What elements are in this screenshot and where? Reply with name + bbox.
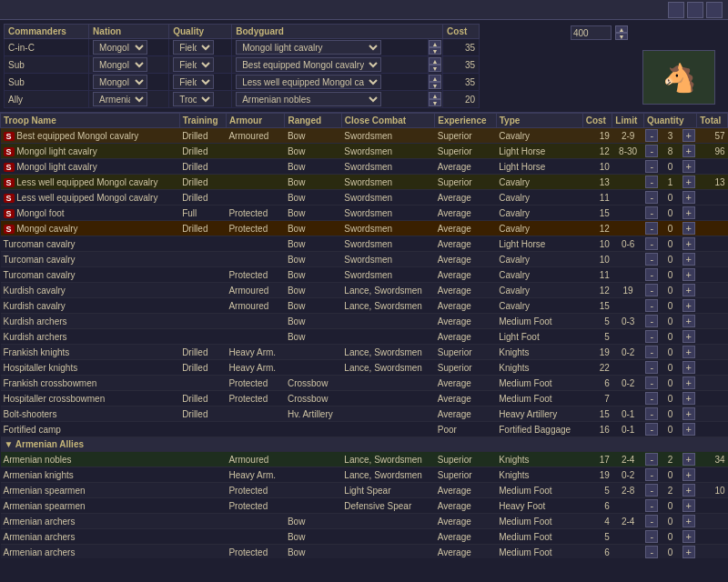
- unit-qty-plus[interactable]: +: [681, 514, 697, 529]
- unit-qty-plus[interactable]: +: [681, 190, 697, 206]
- qty-minus-btn[interactable]: -: [645, 284, 658, 296]
- unit-qty-minus[interactable]: -: [643, 314, 660, 329]
- qty-minus-btn[interactable]: -: [645, 315, 658, 327]
- qty-minus-btn[interactable]: -: [645, 453, 658, 466]
- bodyguard-up-btn[interactable]: ▲: [429, 40, 441, 47]
- unit-qty-plus[interactable]: +: [681, 236, 697, 252]
- unit-qty-plus[interactable]: +: [681, 498, 697, 514]
- qty-plus-btn[interactable]: +: [682, 268, 695, 281]
- cmd-nation-select[interactable]: Mongol: [93, 75, 147, 89]
- unit-qty-minus[interactable]: -: [643, 498, 660, 514]
- unit-qty-plus[interactable]: +: [681, 283, 697, 298]
- qty-plus-btn[interactable]: +: [682, 160, 695, 173]
- unit-qty-plus[interactable]: +: [681, 159, 697, 175]
- qty-minus-btn[interactable]: -: [645, 361, 658, 374]
- qty-plus-btn[interactable]: +: [682, 330, 695, 343]
- bodyguard-up-btn[interactable]: ▲: [429, 57, 441, 65]
- unit-qty-minus[interactable]: -: [643, 514, 660, 529]
- cmd-nation-select[interactable]: Mongol: [93, 40, 147, 55]
- unit-qty-minus[interactable]: -: [643, 128, 660, 144]
- close-button[interactable]: [706, 2, 723, 18]
- bodyguard-down-btn[interactable]: ▼: [429, 47, 441, 55]
- unit-qty-plus[interactable]: +: [681, 144, 697, 159]
- qty-plus-btn[interactable]: +: [682, 222, 695, 235]
- unit-qty-plus[interactable]: +: [681, 467, 697, 483]
- qty-plus-btn[interactable]: +: [682, 361, 695, 374]
- points-up-btn[interactable]: ▲: [615, 25, 628, 33]
- qty-plus-btn[interactable]: +: [682, 206, 695, 219]
- unit-qty-plus[interactable]: +: [681, 406, 697, 422]
- qty-minus-btn[interactable]: -: [645, 499, 658, 512]
- qty-plus-btn[interactable]: +: [682, 346, 695, 358]
- unit-qty-minus[interactable]: -: [643, 391, 660, 406]
- unit-qty-minus[interactable]: -: [643, 376, 660, 391]
- qty-minus-btn[interactable]: -: [645, 299, 658, 312]
- qty-minus-btn[interactable]: -: [645, 253, 658, 266]
- load-button[interactable]: [668, 2, 684, 18]
- qty-plus-btn[interactable]: +: [682, 407, 695, 420]
- qty-plus-btn[interactable]: +: [682, 453, 695, 466]
- cmd-quality-select[interactable]: Troop: [173, 92, 214, 106]
- qty-plus-btn[interactable]: +: [682, 468, 695, 481]
- unit-qty-minus[interactable]: -: [643, 175, 660, 190]
- qty-plus-btn[interactable]: +: [682, 145, 695, 157]
- unit-qty-plus[interactable]: +: [681, 529, 697, 545]
- save-button[interactable]: [687, 2, 703, 18]
- points-down-btn[interactable]: ▼: [615, 33, 628, 40]
- unit-qty-minus[interactable]: -: [643, 252, 660, 267]
- bodyguard-up-btn[interactable]: ▲: [429, 92, 441, 99]
- qty-plus-btn[interactable]: +: [682, 129, 695, 142]
- unit-qty-minus[interactable]: -: [643, 406, 660, 422]
- qty-minus-btn[interactable]: -: [645, 206, 658, 219]
- unit-qty-minus[interactable]: -: [643, 483, 660, 498]
- cmd-quality-select[interactable]: Field: [173, 57, 214, 72]
- unit-qty-minus[interactable]: -: [643, 283, 660, 298]
- qty-plus-btn[interactable]: +: [682, 191, 695, 204]
- qty-plus-btn[interactable]: +: [682, 299, 695, 312]
- qty-plus-btn[interactable]: +: [682, 392, 695, 405]
- qty-plus-btn[interactable]: +: [682, 423, 695, 436]
- bodyguard-up-btn[interactable]: ▲: [429, 75, 441, 82]
- unit-qty-minus[interactable]: -: [643, 236, 660, 252]
- unit-qty-plus[interactable]: +: [681, 175, 697, 190]
- cmd-bodyguard-select[interactable]: Armenian nobles: [236, 92, 381, 106]
- qty-minus-btn[interactable]: -: [645, 330, 658, 343]
- unit-qty-minus[interactable]: -: [643, 221, 660, 236]
- qty-minus-btn[interactable]: -: [645, 191, 658, 204]
- qty-minus-btn[interactable]: -: [645, 237, 658, 250]
- qty-minus-btn[interactable]: -: [645, 546, 658, 558]
- unit-qty-minus[interactable]: -: [643, 360, 660, 376]
- qty-plus-btn[interactable]: +: [682, 484, 695, 497]
- cmd-quality-select[interactable]: Field: [173, 75, 214, 89]
- qty-minus-btn[interactable]: -: [645, 392, 658, 405]
- unit-qty-minus[interactable]: -: [643, 206, 660, 221]
- unit-qty-plus[interactable]: +: [681, 391, 697, 406]
- unit-qty-plus[interactable]: +: [681, 360, 697, 376]
- points-allowed-input[interactable]: [571, 25, 612, 40]
- qty-plus-btn[interactable]: +: [682, 284, 695, 296]
- unit-qty-minus[interactable]: -: [643, 144, 660, 159]
- qty-plus-btn[interactable]: +: [682, 499, 695, 512]
- cmd-bodyguard-select[interactable]: Less well equipped Mongol cavalry: [236, 75, 381, 89]
- qty-minus-btn[interactable]: -: [645, 530, 658, 543]
- unit-qty-plus[interactable]: +: [681, 314, 697, 329]
- unit-qty-plus[interactable]: +: [681, 206, 697, 221]
- qty-plus-btn[interactable]: +: [682, 515, 695, 527]
- unit-qty-minus[interactable]: -: [643, 298, 660, 314]
- unit-qty-minus[interactable]: -: [643, 452, 660, 467]
- unit-qty-minus[interactable]: -: [643, 345, 660, 360]
- qty-minus-btn[interactable]: -: [645, 407, 658, 420]
- qty-minus-btn[interactable]: -: [645, 129, 658, 142]
- bodyguard-down-btn[interactable]: ▼: [429, 99, 441, 106]
- bodyguard-down-btn[interactable]: ▼: [429, 65, 441, 72]
- qty-minus-btn[interactable]: -: [645, 468, 658, 481]
- unit-qty-plus[interactable]: +: [681, 483, 697, 498]
- unit-qty-plus[interactable]: +: [681, 267, 697, 283]
- qty-minus-btn[interactable]: -: [645, 423, 658, 436]
- unit-qty-plus[interactable]: +: [681, 252, 697, 267]
- cmd-nation-select[interactable]: Mongol: [93, 57, 147, 72]
- qty-plus-btn[interactable]: +: [682, 253, 695, 266]
- unit-qty-minus[interactable]: -: [643, 422, 660, 437]
- unit-qty-plus[interactable]: +: [681, 545, 697, 559]
- qty-minus-btn[interactable]: -: [645, 515, 658, 527]
